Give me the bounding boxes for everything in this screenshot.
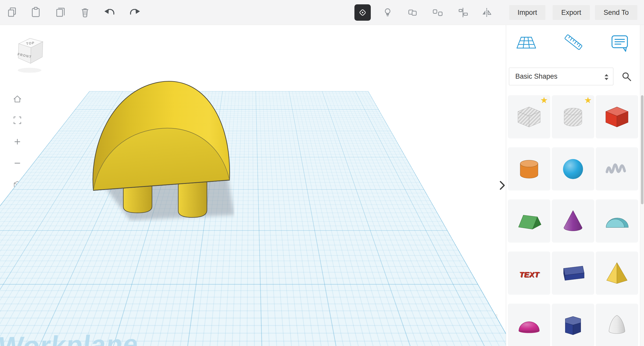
copy-icon [6,6,19,19]
shape-tile-paraboloid[interactable] [596,304,638,346]
lights-button[interactable] [381,6,394,19]
settings-button[interactable]: Settings [453,314,497,325]
shape-tile-pyramid[interactable] [596,252,638,295]
view-cube-shadow [18,68,41,73]
box-shape-icon [515,103,543,131]
undo-button[interactable] [103,5,117,19]
settings-label: Settings [464,316,487,323]
delete-button[interactable] [78,5,92,19]
viewport-3d[interactable]: Workplane [0,25,506,346]
favorite-star-icon: ★ [584,96,592,104]
top-toolbar: Import Export Send To [0,0,644,25]
perspective-toggle-button[interactable] [12,179,23,190]
shape-tile-polygon[interactable] [552,304,594,346]
shape-tile-cylinder-favorite[interactable]: ★ [552,95,594,138]
import-button[interactable]: Import [509,5,545,20]
round-roof-shape-icon [603,207,631,235]
align-button[interactable] [457,6,469,19]
pyramid-shape-icon [603,259,631,288]
shape-tile-cylinder[interactable] [508,147,550,190]
fit-view-button[interactable] [12,115,23,126]
ruler-tool-button[interactable] [561,31,586,54]
send-to-button[interactable]: Send To [595,5,637,20]
zoom-in-button[interactable] [12,136,23,147]
redo-button[interactable] [127,5,141,19]
group-icon [407,6,419,19]
favorite-star-icon: ★ [540,96,548,104]
cone-shape-icon [559,207,587,235]
model-leg-left [123,186,152,213]
ungroup-icon [432,6,444,19]
shape-tile-box[interactable] [596,95,638,138]
lightbulb-icon [381,6,394,19]
shape-tile-box-favorite[interactable]: ★ [508,95,550,138]
shapes-panel: Basic Shapes ★★TEXTTEXT [506,25,644,346]
trash-icon [79,6,91,19]
notes-tool-button[interactable] [607,31,633,54]
snap-grid-label: Snap Grid [429,331,459,342]
zoom-out-button[interactable] [12,158,23,169]
ruler-tool-icon [564,34,583,52]
box-shape-icon [603,103,631,131]
ungroup-button[interactable] [431,6,444,19]
shape-tile-scribble[interactable] [596,147,638,190]
snap-grid-value: 1.0 mm [465,333,485,340]
workplane-tool-icon [516,34,536,51]
tinkercad-app: Import Export Send To Workplane [0,0,644,346]
scrollbar-thumb[interactable] [641,95,643,204]
export-button[interactable]: Export [553,5,590,20]
export-label: Export [561,9,581,17]
paste-icon [29,6,42,19]
panel-collapse-handle[interactable] [498,179,507,192]
group-button[interactable] [406,6,419,19]
send-to-label: Send To [604,9,629,17]
dropdown-caret-icon [491,336,494,338]
wedge-shape-icon [559,259,587,288]
search-button[interactable] [619,69,634,83]
scribble-shape-icon [603,155,631,183]
paste-button[interactable] [29,5,43,19]
chevron-right-icon [499,180,506,191]
show-hidden-button[interactable] [354,4,371,21]
home-view-button[interactable] [12,93,23,105]
copy-button[interactable] [5,5,19,19]
align-icon [457,6,469,19]
view-cube[interactable]: TOP FRONT [14,33,47,77]
search-icon [621,70,632,82]
mirror-button[interactable] [480,6,493,19]
shape-tile-cone[interactable] [552,199,594,243]
cylinder-shape-icon [515,155,543,183]
model-leg-right [178,182,207,218]
shape-tile-roof[interactable] [508,199,550,243]
polygon-shape-icon [559,311,587,340]
half-sphere-shape-icon [515,311,543,340]
notes-tool-icon [610,33,630,52]
shape-tile-sphere[interactable] [552,147,594,190]
sphere-shape-icon [559,155,587,183]
shape-tile-half-sphere[interactable] [508,304,550,346]
shape-tile-round-roof[interactable] [596,199,638,243]
roof-shape-icon [515,207,543,235]
shape-tile-text[interactable]: TEXTTEXT [508,252,550,295]
svg-text:TEXT: TEXT [519,270,540,278]
zoom-in-icon [12,136,23,147]
workplane-grid [0,25,506,91]
show-hidden-eye-icon [357,7,368,18]
shape-category-select[interactable]: Basic Shapes [509,68,613,85]
import-label: Import [518,9,537,17]
shape-tile-wedge[interactable] [552,252,594,295]
duplicate-icon [54,6,67,19]
redo-icon [127,5,141,19]
mirror-icon [481,6,493,19]
undo-icon [103,5,117,19]
model-arch-object[interactable] [91,80,234,222]
text-shape-icon: TEXTTEXT [515,259,543,288]
snap-grid-dropdown[interactable]: 1.0 mm [460,331,497,342]
shape-grid: ★★TEXTTEXT [508,95,638,346]
panel-scrollbar [640,25,644,346]
workplane-watermark: Workplane [0,329,140,346]
duplicate-button[interactable] [54,5,68,19]
workplane-tool-button[interactable] [514,31,539,54]
zoom-out-icon [12,158,23,169]
cylinder-shape-icon [559,103,587,131]
